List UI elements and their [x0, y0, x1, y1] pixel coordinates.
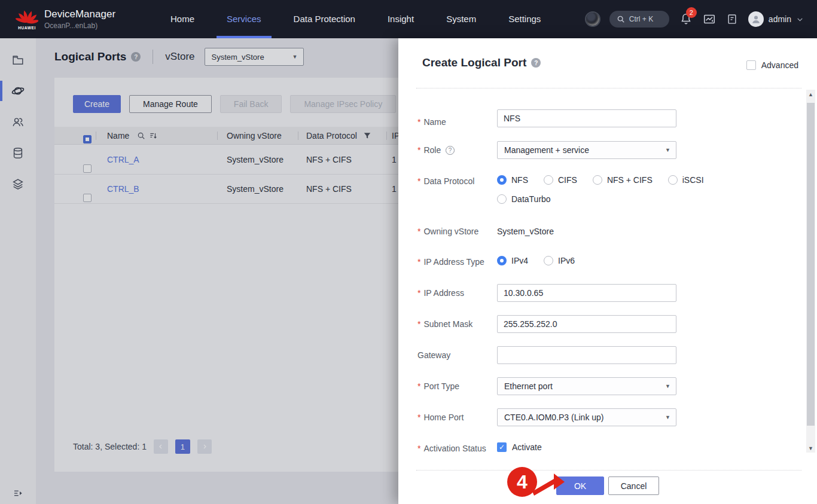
sidebar-item-users[interactable] — [0, 106, 36, 138]
sidebar-item-ports[interactable] — [0, 75, 36, 106]
folder-icon — [11, 53, 25, 66]
panel-help-icon[interactable]: ? — [531, 58, 541, 68]
select-all-checkbox[interactable] — [83, 135, 92, 143]
activate-checkbox[interactable]: ✓ — [497, 442, 507, 452]
sidebar-collapse-button[interactable] — [0, 488, 36, 498]
home-port-select[interactable]: CTE0.A.IOM0.P3 (Link up) ▼ — [497, 408, 676, 426]
nav-data-protection[interactable]: Data Protection — [278, 0, 371, 38]
column-sort-icon[interactable] — [149, 132, 157, 140]
gateway-input[interactable] — [497, 346, 676, 364]
report-button[interactable] — [726, 13, 738, 25]
manage-route-button[interactable]: Manage Route — [129, 95, 212, 113]
cancel-button[interactable]: Cancel — [608, 476, 659, 495]
ok-button[interactable]: OK — [556, 476, 604, 495]
search-icon — [617, 15, 625, 23]
global-search[interactable]: Ctrl + K — [609, 11, 669, 28]
sidebar-item-resources[interactable] — [0, 44, 36, 75]
row-checkbox[interactable] — [83, 194, 92, 202]
panel-scrollbar[interactable]: ▲ ▼ — [806, 90, 815, 453]
user-menu[interactable]: admin — [748, 11, 804, 27]
collapse-menu-icon — [13, 488, 23, 498]
role-help-icon[interactable]: ? — [446, 146, 455, 155]
device-name: OceanP...enLab) — [44, 22, 115, 30]
radio-nfs[interactable]: NFS — [497, 175, 528, 185]
radio-iscsi[interactable]: iSCSI — [668, 175, 704, 185]
toolbar: Create Manage Route Fail Back Manage IPs… — [73, 95, 455, 113]
radio-nfs-cifs[interactable]: NFS + CIFS — [593, 175, 653, 185]
planet-icon — [11, 84, 25, 98]
manage-ipsec-policy-button[interactable]: Manage IPsec Policy — [290, 95, 396, 113]
pagination-summary: Total: 3, Selected: 1 — [73, 442, 147, 451]
separator — [416, 470, 801, 471]
username: admin — [769, 14, 791, 24]
owning-vstore-label: Owning vStore — [417, 226, 478, 237]
theme-icon[interactable] — [586, 13, 599, 26]
nav-insight[interactable]: Insight — [371, 0, 430, 38]
title-divider — [153, 50, 153, 64]
create-button[interactable]: Create — [73, 95, 121, 113]
top-navbar: HUAWEI DeviceManager OceanP...enLab) Hom… — [0, 0, 817, 38]
scrollbar-thumb[interactable] — [807, 103, 815, 426]
prev-page-button[interactable] — [154, 439, 168, 454]
row-data-protocol: NFS + CIFS — [306, 175, 352, 204]
column-search-icon[interactable] — [137, 132, 145, 140]
chevron-right-icon — [201, 443, 208, 450]
radio-ipv4[interactable]: IPv4 — [497, 256, 528, 265]
ip-address-label: IP Address — [417, 284, 464, 302]
subnet-mask-label: Subnet Mask — [417, 315, 472, 333]
subnet-mask-input[interactable] — [497, 315, 676, 333]
home-port-select-value: CTE0.A.IOM0.P3 (Link up) — [504, 413, 604, 422]
column-filter-icon[interactable] — [363, 132, 371, 140]
port-type-select[interactable]: Ethernet port ▼ — [497, 377, 676, 395]
huawei-logo-icon: HUAWEI — [16, 7, 38, 31]
help-icon[interactable]: ? — [131, 52, 141, 62]
next-page-button[interactable] — [197, 439, 212, 454]
sidebar-item-storage[interactable] — [0, 138, 36, 169]
radio-ipv6[interactable]: IPv6 — [544, 256, 575, 265]
nav-home[interactable]: Home — [154, 0, 211, 38]
radio-dot-icon — [668, 175, 678, 185]
radio-cifs[interactable]: CIFS — [544, 175, 577, 185]
vstore-label: vStore — [165, 51, 194, 63]
fail-back-button[interactable]: Fail Back — [220, 95, 282, 113]
radio-dot-icon — [497, 175, 507, 185]
role-label: Role — [417, 141, 441, 159]
scroll-up-arrow[interactable]: ▲ — [806, 90, 815, 99]
radio-dot-icon — [497, 194, 507, 204]
nav-services[interactable]: Services — [211, 0, 278, 38]
radio-dot-icon — [544, 256, 553, 265]
database-icon — [11, 146, 25, 160]
nav-system[interactable]: System — [430, 0, 492, 38]
radio-dataturbo[interactable]: DataTurbo — [497, 194, 551, 204]
search-shortcut: Ctrl + K — [629, 15, 653, 23]
notifications-button[interactable]: 2 — [679, 13, 693, 26]
vstore-select-value: System_vStore — [212, 53, 264, 62]
notification-count-badge: 2 — [686, 7, 697, 18]
home-port-label: Home Port — [417, 408, 464, 426]
column-divider — [217, 132, 218, 140]
advanced-toggle[interactable]: Advanced — [746, 60, 798, 70]
column-divider — [386, 132, 387, 140]
brand: HUAWEI DeviceManager OceanP...enLab) — [16, 7, 154, 31]
page-number-current[interactable]: 1 — [175, 439, 190, 454]
left-sidebar — [0, 38, 36, 504]
port-type-select-value: Ethernet port — [504, 381, 553, 391]
app-title: DeviceManager — [44, 8, 115, 20]
chevron-down-icon — [796, 16, 804, 23]
advanced-checkbox[interactable] — [746, 60, 756, 70]
activate-label: Activate — [512, 442, 542, 452]
performance-button[interactable] — [703, 13, 716, 26]
vstore-select[interactable]: System_vStore ▼ — [205, 48, 304, 66]
row-checkbox[interactable] — [83, 164, 92, 173]
scroll-down-arrow[interactable]: ▼ — [806, 444, 815, 453]
port-name-link[interactable]: CTRL_A — [107, 145, 139, 175]
sidebar-item-services[interactable] — [0, 169, 36, 200]
row-data-protocol: NFS + CIFS — [306, 145, 352, 175]
separator — [416, 88, 801, 88]
port-name-link[interactable]: CTRL_B — [107, 175, 139, 204]
role-select[interactable]: Management + service ▼ — [497, 141, 676, 159]
avatar — [748, 11, 764, 27]
nav-settings[interactable]: Settings — [492, 0, 557, 38]
name-input[interactable] — [497, 109, 676, 127]
ip-address-input[interactable] — [497, 284, 676, 302]
